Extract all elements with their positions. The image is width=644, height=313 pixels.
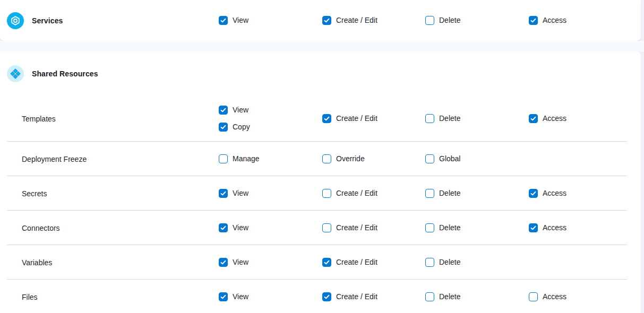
checkbox-access[interactable]: Access: [529, 16, 641, 25]
checkbox-view[interactable]: View: [219, 292, 322, 301]
unchecked-checkbox-icon: [425, 223, 434, 232]
permission-label: Global: [439, 154, 460, 163]
permission-label: Access: [543, 189, 566, 198]
permission-label: Delete: [439, 223, 460, 232]
checkbox-create-edit[interactable]: Create / Edit: [322, 223, 425, 232]
checked-checkbox-icon: [529, 189, 538, 198]
checked-checkbox-icon: [219, 223, 228, 232]
permission-label: Delete: [439, 258, 460, 267]
permission-cell: ViewCopy: [219, 106, 322, 132]
permission-label: Access: [543, 292, 566, 301]
permission-cell: View: [219, 292, 322, 301]
resource-label-cell: Secrets: [0, 189, 219, 198]
shared-resources-card: Shared Resources TemplatesViewCopyCreate…: [0, 51, 641, 313]
permission-label: Delete: [439, 114, 460, 123]
checkbox-override[interactable]: Override: [322, 154, 425, 163]
unchecked-checkbox-icon: [529, 292, 538, 301]
permission-cell: Create / Edit: [322, 16, 425, 25]
checked-checkbox-icon: [322, 114, 331, 123]
shared-resources-section-title: Shared Resources: [32, 69, 98, 78]
services-icon: [7, 12, 24, 29]
unchecked-checkbox-icon: [425, 189, 434, 198]
resource-row-deployment-freeze: Deployment FreezeManageOverrideGlobal: [0, 142, 641, 176]
checkbox-create-edit[interactable]: Create / Edit: [322, 292, 425, 301]
permission-label: Override: [336, 154, 365, 163]
checked-checkbox-icon: [219, 16, 228, 25]
unchecked-checkbox-icon: [425, 258, 434, 267]
checkbox-delete[interactable]: Delete: [425, 292, 529, 301]
unchecked-checkbox-icon: [425, 154, 434, 163]
checkbox-delete[interactable]: Delete: [425, 223, 529, 232]
permission-label: View: [233, 292, 248, 301]
permission-cell: Create / Edit: [322, 223, 425, 232]
checkbox-delete[interactable]: Delete: [425, 189, 529, 198]
checkbox-access[interactable]: Access: [529, 189, 641, 198]
permission-cell: Delete: [425, 16, 529, 25]
permission-cell: Access: [529, 16, 641, 25]
checkbox-view[interactable]: View: [219, 106, 322, 115]
permission-label: Create / Edit: [336, 189, 377, 198]
resource-label-cell: Deployment Freeze: [0, 155, 219, 163]
checkbox-create-edit[interactable]: Create / Edit: [322, 16, 425, 25]
checkbox-manage[interactable]: Manage: [219, 154, 322, 163]
resource-row-secrets: SecretsViewCreate / EditDeleteAccess: [0, 176, 641, 211]
resource-label-cell: Connectors: [0, 224, 219, 232]
permission-cell: Global: [425, 154, 529, 163]
unchecked-checkbox-icon: [425, 16, 434, 25]
permission-label: View: [233, 223, 248, 232]
checkbox-access[interactable]: Access: [529, 114, 641, 123]
permission-cell: Override: [322, 154, 425, 163]
permission-label: View: [233, 258, 248, 267]
unchecked-checkbox-icon: [322, 223, 331, 232]
permission-cell: Access: [529, 223, 641, 232]
permission-label: Manage: [233, 154, 260, 163]
resource-label: Secrets: [22, 189, 47, 198]
checkbox-delete[interactable]: Delete: [425, 258, 529, 267]
checked-checkbox-icon: [322, 292, 331, 301]
permission-cell: Create / Edit: [322, 189, 425, 198]
shared-resources-rows: TemplatesViewCopyCreate / EditDeleteAcce…: [0, 95, 641, 313]
checkbox-create-edit[interactable]: Create / Edit: [322, 189, 425, 198]
permission-cell: Create / Edit: [322, 258, 425, 267]
checkbox-create-edit[interactable]: Create / Edit: [322, 114, 425, 123]
checkbox-view[interactable]: View: [219, 16, 322, 25]
resource-row-files: FilesViewCreate / EditDeleteAccess: [0, 280, 641, 313]
permission-cell: Create / Edit: [322, 114, 425, 123]
services-section-title: Services: [32, 16, 63, 25]
permission-label: Delete: [439, 189, 460, 198]
checked-checkbox-icon: [219, 123, 228, 132]
checked-checkbox-icon: [219, 189, 228, 198]
permission-cell: Manage: [219, 154, 322, 163]
permission-cell: Access: [529, 189, 641, 198]
checked-checkbox-icon: [322, 258, 331, 267]
unchecked-checkbox-icon: [425, 114, 434, 123]
shared-resources-header: Shared Resources: [0, 51, 641, 95]
checkbox-create-edit[interactable]: Create / Edit: [322, 258, 425, 267]
checkbox-copy[interactable]: Copy: [219, 123, 322, 132]
checkbox-global[interactable]: Global: [425, 154, 529, 163]
permission-label: Create / Edit: [336, 16, 377, 25]
checkbox-delete[interactable]: Delete: [425, 114, 529, 123]
shared-resources-icon: [7, 65, 24, 82]
permission-label: Create / Edit: [336, 114, 377, 123]
permission-cell: View: [219, 16, 322, 25]
resource-label-cell: Variables: [0, 258, 219, 267]
permission-label: Access: [543, 16, 566, 25]
checked-checkbox-icon: [219, 292, 228, 301]
resource-label: Connectors: [22, 224, 60, 232]
unchecked-checkbox-icon: [322, 189, 331, 198]
resource-label: Templates: [22, 115, 56, 123]
permission-cell: Delete: [425, 292, 529, 301]
resource-row-templates: TemplatesViewCopyCreate / EditDeleteAcce…: [0, 95, 641, 142]
checkbox-delete[interactable]: Delete: [425, 16, 529, 25]
permission-label: Create / Edit: [336, 292, 377, 301]
checkbox-view[interactable]: View: [219, 258, 322, 267]
checkbox-access[interactable]: Access: [529, 292, 641, 301]
checkbox-view[interactable]: View: [219, 223, 322, 232]
permission-label: View: [233, 16, 248, 25]
checkbox-access[interactable]: Access: [529, 223, 641, 232]
permission-label: Access: [543, 223, 566, 232]
services-permission-row: Services ViewCreate / EditDeleteAccess: [0, 3, 641, 38]
resource-row-variables: VariablesViewCreate / EditDelete: [0, 245, 641, 280]
checkbox-view[interactable]: View: [219, 189, 322, 198]
